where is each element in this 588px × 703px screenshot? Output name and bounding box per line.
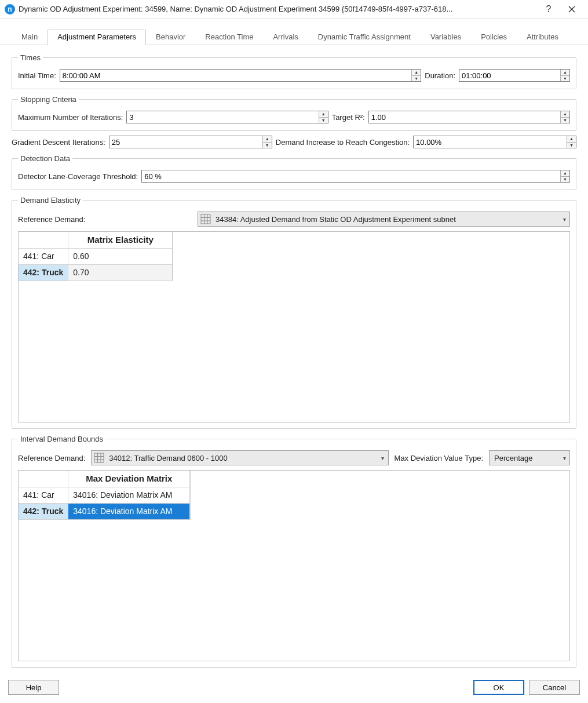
ok-button[interactable]: OK: [473, 680, 524, 695]
elasticity-table[interactable]: Matrix Elasticity 441: Car 0.60 442: Tru…: [19, 232, 173, 281]
label-demand-increase: Demand Increase to Reach Congestion:: [276, 138, 410, 147]
window-title: Dynamic OD Adjustment Experiment: 34599,…: [19, 5, 537, 13]
spinner-demand-increase[interactable]: ▲▼: [567, 136, 576, 148]
input-demand-increase[interactable]: [413, 136, 576, 148]
input-max-iterations[interactable]: [126, 111, 328, 123]
tab-variables[interactable]: Variables: [421, 30, 471, 45]
group-demand-elasticity: Demand Elasticity Reference Demand: 3438…: [12, 196, 576, 429]
close-button[interactable]: [560, 1, 583, 17]
footer: Help OK Cancel: [0, 674, 588, 703]
label-threshold: Detector Lane-Coverage Threshold:: [18, 172, 138, 181]
combo-bounds-ref-demand-text: 34012: Traffic Demand 0600 - 1000: [107, 454, 377, 462]
col-max-deviation-matrix: Max Deviation Matrix: [68, 471, 190, 487]
input-gdi[interactable]: [109, 136, 272, 148]
label-initial-time: Initial Time:: [18, 71, 56, 80]
label-gdi: Gradient Descent Iterations:: [12, 138, 105, 147]
col-matrix-elasticity: Matrix Elasticity: [68, 232, 173, 248]
table-row[interactable]: 442: Truck 0.70: [19, 264, 173, 281]
titlebar: n Dynamic OD Adjustment Experiment: 3459…: [0, 0, 588, 19]
group-stopping-criteria: Stopping Criteria Maximum Number of Iter…: [12, 95, 576, 131]
label-target-r2: Target R²:: [332, 113, 365, 122]
group-times: Times Initial Time: ▲▼ Duration: ▲▼: [12, 53, 576, 89]
table-row[interactable]: 441: Car 0.60: [19, 248, 173, 264]
app-icon: n: [5, 4, 15, 14]
close-icon: [568, 6, 575, 13]
chevron-down-icon: ▾: [559, 455, 569, 461]
tab-strip: Main Adjustment Parameters Behavior Reac…: [0, 19, 588, 45]
table-row[interactable]: 442: Truck 34016: Deviation Matrix AM: [19, 503, 190, 519]
label-max-dev-type: Max Deviation Value Type:: [395, 454, 483, 462]
rowhead-car: 441: Car: [19, 248, 68, 264]
elasticity-table-shell: Matrix Elasticity 441: Car 0.60 442: Tru…: [18, 231, 570, 422]
input-duration[interactable]: [459, 69, 570, 82]
cancel-button[interactable]: Cancel: [529, 680, 580, 695]
cell-bounds-truck[interactable]: 34016: Deviation Matrix AM: [68, 503, 190, 519]
group-detection-data: Detection Data Detector Lane-Coverage Th…: [12, 154, 576, 190]
legend-elasticity: Demand Elasticity: [18, 196, 83, 205]
input-threshold[interactable]: [141, 170, 570, 183]
spinner-initial-time[interactable]: ▲▼: [411, 70, 421, 81]
chevron-down-icon: ▾: [378, 455, 388, 461]
tab-main[interactable]: Main: [12, 30, 48, 45]
legend-detection: Detection Data: [18, 154, 72, 163]
spinner-threshold[interactable]: ▲▼: [560, 170, 569, 182]
legend-bounds: Interval Demand Bounds: [18, 435, 105, 443]
group-interval-demand-bounds: Interval Demand Bounds Reference Demand:…: [12, 435, 576, 668]
tab-adjustment-parameters[interactable]: Adjustment Parameters: [48, 30, 146, 45]
spinner-gdi[interactable]: ▲▼: [262, 136, 272, 148]
combo-elasticity-ref-demand-text: 34384: Adjusted Demand from Static OD Ad…: [213, 215, 559, 224]
cell-elasticity-truck[interactable]: 0.70: [68, 264, 173, 281]
spinner-target-r2[interactable]: ▲▼: [560, 111, 569, 123]
spinner-max-iterations[interactable]: ▲▼: [319, 111, 328, 123]
matrix-icon: [199, 213, 212, 225]
combo-bounds-ref-demand[interactable]: 34012: Traffic Demand 0600 - 1000 ▾: [91, 450, 388, 465]
tab-attributes[interactable]: Attributes: [517, 30, 568, 45]
cell-elasticity-car[interactable]: 0.60: [68, 248, 173, 264]
tab-policies[interactable]: Policies: [471, 30, 517, 45]
label-duration: Duration:: [425, 71, 455, 80]
label-max-iterations: Maximum Number of Iterations:: [18, 113, 123, 122]
matrix-icon: [93, 451, 105, 464]
bounds-table-shell: Max Deviation Matrix 441: Car 34016: Dev…: [18, 470, 570, 661]
table-row[interactable]: 441: Car 34016: Deviation Matrix AM: [19, 487, 190, 503]
input-initial-time[interactable]: [60, 69, 422, 82]
rowhead-car: 441: Car: [19, 487, 68, 503]
table-corner: [19, 232, 68, 248]
spinner-duration[interactable]: ▲▼: [560, 70, 569, 81]
rowhead-truck: 442: Truck: [19, 503, 68, 519]
help-button[interactable]: ?: [537, 1, 560, 17]
cell-bounds-car[interactable]: 34016: Deviation Matrix AM: [68, 487, 190, 503]
table-corner: [19, 471, 68, 487]
tab-behavior[interactable]: Behavior: [146, 30, 195, 45]
input-target-r2[interactable]: [368, 111, 570, 123]
combo-elasticity-ref-demand[interactable]: 34384: Adjusted Demand from Static OD Ad…: [198, 212, 570, 227]
combo-max-dev-type[interactable]: Percentage ▾: [489, 450, 570, 465]
rowhead-truck: 442: Truck: [19, 264, 68, 281]
label-bounds-ref-demand: Reference Demand:: [18, 454, 85, 462]
svg-rect-0: [201, 214, 210, 224]
tab-reaction-time[interactable]: Reaction Time: [195, 30, 263, 45]
chevron-down-icon: ▾: [559, 216, 569, 223]
tab-dynamic-traffic-assignment[interactable]: Dynamic Traffic Assignment: [308, 30, 421, 45]
row-gradient: Gradient Descent Iterations: ▲▼ Demand I…: [12, 136, 576, 148]
svg-rect-1: [94, 453, 104, 462]
legend-stopping: Stopping Criteria: [18, 95, 79, 104]
help-footer-button[interactable]: Help: [8, 680, 59, 695]
label-elasticity-ref-demand: Reference Demand:: [18, 215, 192, 224]
bounds-table[interactable]: Max Deviation Matrix 441: Car 34016: Dev…: [19, 471, 190, 520]
tab-content: Times Initial Time: ▲▼ Duration: ▲▼ Stop…: [0, 45, 588, 678]
legend-times: Times: [18, 53, 43, 62]
combo-max-dev-type-text: Percentage: [490, 454, 559, 462]
tab-arrivals[interactable]: Arrivals: [263, 30, 308, 45]
